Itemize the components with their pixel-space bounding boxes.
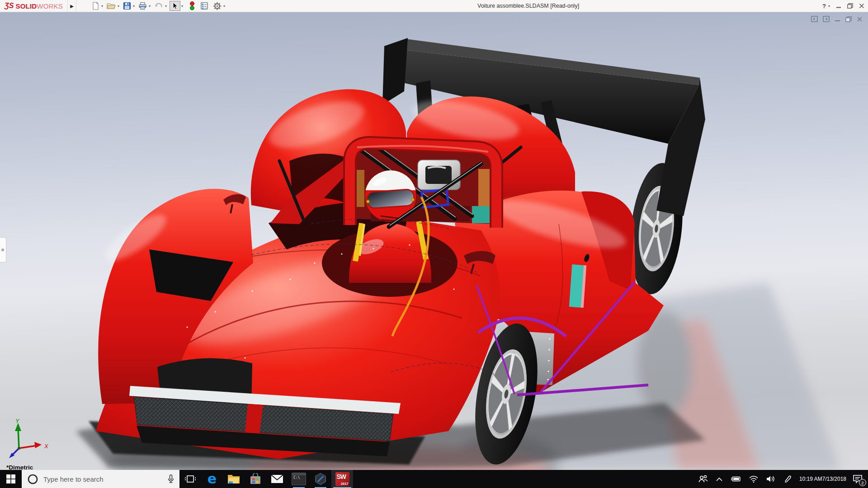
window-controls: ? ▾ bbox=[822, 0, 864, 12]
dropdown-caret[interactable]: ▾ bbox=[165, 4, 167, 8]
pen-icon bbox=[783, 475, 792, 483]
cortana-icon[interactable] bbox=[28, 474, 38, 484]
select-cursor-icon bbox=[171, 2, 179, 10]
dropdown-caret[interactable]: ▾ bbox=[101, 4, 103, 8]
save-icon bbox=[123, 2, 131, 10]
command-prompt-icon: C:\ bbox=[292, 473, 306, 485]
help-button[interactable]: ? bbox=[822, 3, 826, 9]
help-caret[interactable]: ▾ bbox=[828, 4, 830, 8]
taskbar-app-mail[interactable] bbox=[266, 470, 288, 488]
taskbar-spacer bbox=[353, 470, 694, 488]
system-tray: 10:19 AM 7/13/2018 2 bbox=[694, 470, 868, 488]
3d-model-race-car[interactable] bbox=[0, 12, 868, 470]
taskbar-search[interactable] bbox=[22, 470, 179, 488]
search-input[interactable] bbox=[38, 475, 168, 483]
collapse-pane-right-icon[interactable] bbox=[823, 16, 830, 22]
battery-button[interactable] bbox=[726, 470, 745, 488]
solidworks-window: ƷS SOLIDWORKS ▶ ▾ ▾ bbox=[0, 0, 868, 488]
dropdown-caret[interactable]: ▾ bbox=[118, 4, 119, 8]
dassault-ds-icon: ƷS bbox=[5, 2, 14, 10]
save-button[interactable] bbox=[122, 0, 132, 11]
viewport-window-controls bbox=[811, 16, 863, 22]
titlebar: ƷS SOLIDWORKS ▶ ▾ ▾ bbox=[0, 0, 868, 12]
selection-filter-button[interactable] bbox=[189, 0, 196, 11]
print-button[interactable] bbox=[137, 0, 148, 11]
open-folder-icon bbox=[107, 2, 116, 10]
windows-ink-button[interactable] bbox=[779, 470, 796, 488]
edge-icon: e bbox=[208, 472, 217, 486]
solidworks-logo: ƷS SOLIDWORKS bbox=[0, 0, 63, 12]
y-axis-label: Y bbox=[15, 418, 20, 424]
dropdown-caret[interactable]: ▾ bbox=[149, 4, 151, 8]
viewport-restore-icon[interactable] bbox=[845, 16, 852, 22]
dropdown-caret[interactable]: ▾ bbox=[181, 4, 183, 8]
people-button[interactable] bbox=[694, 470, 712, 488]
properties-list-icon bbox=[200, 2, 208, 10]
view-orientation-label: *Dimetric bbox=[6, 464, 33, 470]
mail-icon bbox=[271, 474, 283, 483]
battery-charging-icon bbox=[731, 476, 741, 482]
task-view-icon bbox=[185, 474, 196, 484]
collapse-pane-left-icon[interactable] bbox=[811, 16, 818, 22]
restore-button[interactable] bbox=[847, 3, 853, 9]
menu-flyout-button[interactable]: ▶ bbox=[67, 0, 76, 12]
select-tool-button[interactable] bbox=[170, 1, 180, 11]
people-icon bbox=[698, 475, 708, 483]
clock-time: 10:19 AM bbox=[799, 476, 822, 483]
taskbar-app-command-prompt[interactable]: C:\ bbox=[288, 470, 310, 488]
volume-button[interactable] bbox=[762, 470, 779, 488]
taskbar-app-edge[interactable]: e bbox=[201, 470, 223, 488]
hexagon-app-icon bbox=[314, 473, 327, 485]
x-axis-label: X bbox=[44, 443, 49, 450]
windows-logo-icon bbox=[6, 474, 15, 483]
start-button[interactable] bbox=[0, 470, 22, 488]
orientation-triad: Y X bbox=[5, 418, 54, 464]
microphone-icon[interactable] bbox=[168, 474, 174, 483]
gear-icon bbox=[213, 2, 222, 10]
document-title: Voiture assomblee.SLDASM [Read-only] bbox=[477, 0, 579, 12]
taskbar-app-hexagon[interactable] bbox=[310, 470, 331, 488]
clock[interactable]: 10:19 AM 7/13/2018 bbox=[796, 470, 850, 488]
options-button[interactable] bbox=[212, 0, 222, 11]
store-icon bbox=[250, 473, 261, 485]
notification-badge: 2 bbox=[859, 479, 866, 486]
open-button[interactable] bbox=[106, 0, 117, 11]
speaker-icon bbox=[766, 475, 775, 483]
taskbar-app-store[interactable] bbox=[245, 470, 266, 488]
clock-date: 7/13/2018 bbox=[822, 476, 846, 483]
chevron-up-icon bbox=[716, 477, 722, 481]
graphics-area[interactable]: Y X *Dimetric bbox=[0, 12, 868, 470]
viewport-close-icon[interactable] bbox=[857, 16, 863, 22]
wifi-icon bbox=[749, 476, 758, 483]
undo-button[interactable] bbox=[153, 0, 164, 11]
file-properties-button[interactable] bbox=[199, 0, 209, 11]
windows-taskbar: e C:\ bbox=[0, 470, 868, 488]
file-explorer-icon bbox=[227, 474, 240, 484]
flyout-arrow-icon: ▶ bbox=[70, 4, 74, 9]
teal-door-vent bbox=[569, 264, 586, 308]
close-button[interactable] bbox=[859, 3, 864, 9]
wifi-button[interactable] bbox=[745, 470, 762, 488]
minimize-button[interactable] bbox=[836, 3, 841, 9]
solidworks-2017-icon: SW 2017 bbox=[335, 472, 349, 486]
x-axis-arrow-icon bbox=[34, 442, 42, 448]
action-center-button[interactable]: 2 bbox=[850, 470, 868, 488]
hidden-icons-button[interactable] bbox=[712, 470, 726, 488]
taskbar-app-file-explorer[interactable] bbox=[223, 470, 245, 488]
mirror-intake-box bbox=[418, 160, 460, 190]
new-document-icon bbox=[92, 2, 99, 10]
brand-solid: SOLID bbox=[15, 2, 37, 10]
new-document-button[interactable] bbox=[91, 0, 100, 11]
dropdown-caret[interactable]: ▾ bbox=[133, 4, 135, 8]
undo-icon bbox=[154, 2, 163, 10]
brand-works: WORKS bbox=[37, 2, 63, 10]
task-view-button[interactable] bbox=[179, 470, 201, 488]
quick-access-toolbar: ▾ ▾ ▾ bbox=[91, 0, 228, 12]
viewport-minimize-icon[interactable] bbox=[835, 16, 840, 22]
taskbar-app-solidworks[interactable]: SW 2017 bbox=[331, 470, 353, 488]
traffic-light-icon bbox=[189, 1, 195, 10]
dropdown-caret[interactable]: ▾ bbox=[223, 4, 225, 8]
print-icon bbox=[138, 2, 147, 10]
